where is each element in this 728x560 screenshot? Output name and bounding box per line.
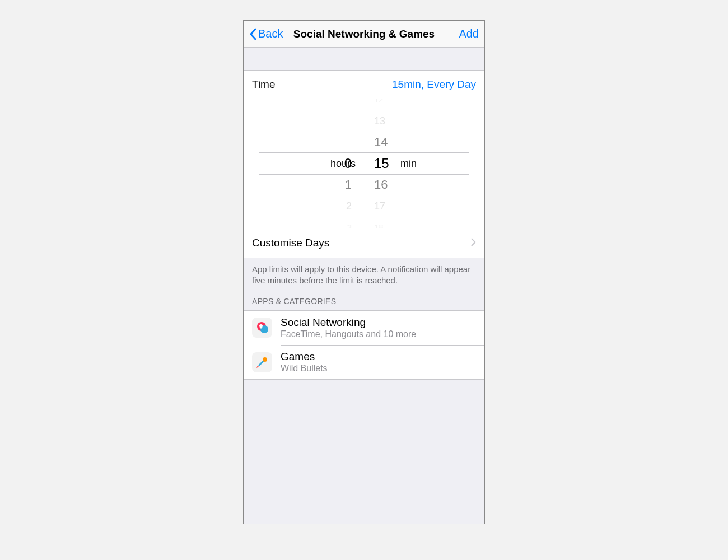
hours-unit-label: hours [330, 157, 356, 169]
page-title: Social Networking & Games [293, 28, 435, 40]
picker-min-opt: 18 [364, 217, 426, 228]
device-frame: Back Social Networking & Games Add Time … [243, 20, 485, 524]
footer-text: App limits will apply to this device. A … [244, 258, 484, 297]
add-button[interactable]: Add [459, 27, 479, 40]
picker-min-opt: 17 [364, 195, 426, 217]
spacer [244, 48, 484, 70]
picker-hours-opt: 1 [302, 174, 364, 195]
picker-hours-opt: 3 [302, 217, 364, 228]
time-value: 15min, Every Day [392, 78, 476, 91]
customise-days-label: Customise Days [252, 237, 329, 249]
social-networking-icon [252, 318, 272, 338]
chevron-left-icon [249, 28, 256, 40]
navbar: Back Social Networking & Games Add [244, 21, 484, 48]
min-unit-label: min [400, 157, 417, 169]
back-label: Back [258, 27, 283, 40]
picker-min-opt: 12 [364, 99, 426, 110]
picker-hours-opt: 2 [302, 195, 364, 217]
customise-days-row[interactable]: Customise Days [244, 228, 484, 258]
apps-section-header: APPS & CATEGORIES [244, 297, 484, 310]
picker-min-opt: 13 [364, 110, 426, 132]
apps-list: Social Networking FaceTime, Hangouts and… [244, 310, 484, 380]
svg-point-2 [263, 357, 267, 362]
app-subtitle: FaceTime, Hangouts and 10 more [281, 329, 416, 339]
app-row-social[interactable]: Social Networking FaceTime, Hangouts and… [244, 311, 484, 345]
picker-min-opt: 14 [364, 132, 426, 153]
picker-min-opt: 16 [364, 174, 426, 195]
time-row[interactable]: Time 15min, Every Day [244, 70, 484, 99]
time-picker[interactable]: 0 1 2 3 12 13 14 15 16 17 18 hours min [244, 99, 484, 228]
time-label: Time [252, 78, 276, 91]
app-name: Games [281, 351, 328, 363]
app-name: Social Networking [281, 316, 416, 329]
app-row-games[interactable]: Games Wild Bullets [244, 345, 484, 379]
chevron-right-icon [471, 238, 476, 249]
back-button[interactable]: Back [249, 27, 283, 40]
app-subtitle: Wild Bullets [281, 363, 328, 374]
games-icon [252, 352, 272, 372]
